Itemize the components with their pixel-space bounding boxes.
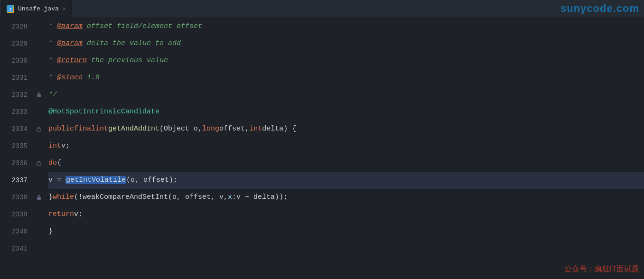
line-number: 2341 [9,240,28,257]
svg-rect-4 [37,163,41,166]
gutter-icon [33,52,45,69]
code-line: * @return the previous value [48,52,644,69]
line-number: 2329 [9,35,28,52]
code-line: do { [48,155,644,172]
tab-unsafe-java[interactable]: J Unsafe.java × [1,0,72,18]
line-number: 2337 [9,172,28,189]
line-number: 2334 [9,121,28,138]
code-line: * @since 1.8 [48,69,644,86]
editor-area: 2328232923302331233223332334233523362337… [0,18,644,279]
tab-bar: J Unsafe.java × [0,0,644,18]
code-line: v = getIntVolatile(o, offset); [48,172,644,189]
gutter-icon [33,121,45,138]
gutter-icon [33,155,45,172]
svg-rect-3 [37,129,41,131]
line-number: 2336 [9,155,28,172]
line-number: 2339 [9,206,28,223]
line-number: 2335 [9,138,28,155]
gutter-icon [33,138,45,155]
gutter-icon [33,240,45,257]
svg-rect-2 [37,94,41,97]
svg-text:J: J [9,7,12,11]
line-number: 2328 [9,18,28,35]
gutter-icon [33,206,45,223]
line-number: 2338 [9,189,28,206]
watermark-bottom: 公众号：疯狂IT面试题 [564,264,639,274]
svg-rect-5 [37,197,41,200]
gutter-icon [33,103,45,121]
gutter-col [33,18,45,279]
code-line: public final int getAndAddInt(Object o, … [48,121,644,138]
watermark-top: sunycode.com [560,2,639,15]
line-number: 2331 [9,69,28,86]
gutter-icon [33,86,45,103]
code-line: return v; [48,206,644,223]
tab-close-button[interactable]: × [63,6,66,12]
line-numbers: 2328232923302331233223332334233523362337… [0,18,33,279]
code-line: * @param delta the value to add [48,35,644,52]
code-lines[interactable]: * @param offset field/element offset * @… [45,18,644,279]
code-line: } [48,223,644,240]
tab-filename: Unsafe.java [18,5,59,12]
gutter-icon [33,189,45,206]
code-line: * @param offset field/element offset [48,18,644,35]
line-number: 2333 [9,103,28,121]
gutter-icon [33,172,45,189]
gutter-icon [33,35,45,52]
code-line: */ [48,86,644,103]
gutter-icon [33,69,45,86]
gutter-icon [33,18,45,35]
line-number: 2340 [9,223,28,240]
line-number: 2332 [9,86,28,103]
tab-file-icon: J [7,5,14,13]
line-number: 2330 [9,52,28,69]
code-line [48,240,644,257]
code-container: 2328232923302331233223332334233523362337… [0,18,644,279]
code-line: @HotSpotIntrinsicCandidate [48,103,644,121]
code-line: } while (!weakCompareAndSetInt(o, offset… [48,189,644,206]
gutter-icon [33,223,45,240]
code-line: int v; [48,138,644,155]
